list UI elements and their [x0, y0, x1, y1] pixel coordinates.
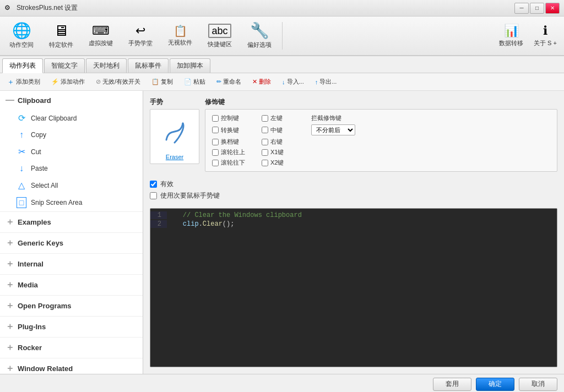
- sidebar-group-rocker: ＋ Rocker: [0, 337, 143, 358]
- tab-smart-text[interactable]: 智能文字: [44, 58, 85, 73]
- barcode-icon: 📊: [504, 25, 519, 37]
- paste-item-icon: ↓: [17, 164, 26, 173]
- item-label: Snip Screen Area: [31, 199, 82, 206]
- toolbar-gesture-class[interactable]: ↩ 手势学堂: [121, 18, 160, 53]
- sidebar-item-clear-clipboard[interactable]: ⟳ Clear Clipboard: [0, 110, 143, 127]
- convert-checkbox[interactable]: [212, 127, 219, 133]
- sidebar-group-header-internal[interactable]: ＋ Internal: [0, 254, 143, 274]
- toolbar-specific-software[interactable]: 🖥 特定软件: [42, 18, 80, 53]
- ctrl-checkbox[interactable]: [212, 115, 219, 122]
- sidebar-group-header-window-related[interactable]: ＋ Window Related: [0, 358, 143, 374]
- modifier-x1: X1键: [262, 148, 306, 156]
- toolbar-action-space[interactable]: 🌐 动作空间: [2, 18, 41, 53]
- group-label: Generic Keys: [18, 239, 63, 247]
- item-label: Select All: [31, 182, 58, 189]
- wrench-icon: 🔧: [250, 23, 269, 39]
- add-category-button[interactable]: ＋ 添加类别: [2, 75, 45, 89]
- delete-button[interactable]: ✕ 删除: [247, 75, 276, 88]
- titlebar: ⚙ StrokesPlus.net 设置 ─ □ ✕: [0, 0, 564, 17]
- sidebar-group-header-open-programs[interactable]: ＋ Open Programs: [0, 296, 143, 316]
- scroll-up-checkbox[interactable]: [212, 149, 219, 156]
- modifier-label: 右键: [270, 138, 283, 146]
- secondary-checkbox[interactable]: [150, 192, 157, 199]
- plus-icon: ＋: [6, 342, 14, 353]
- import-icon: ↓: [282, 79, 285, 85]
- toolbar-no-software[interactable]: 📋 无视软件: [161, 18, 199, 53]
- group-label: Media: [18, 281, 38, 289]
- close-button[interactable]: ✕: [545, 3, 560, 14]
- code-line-1: 1 // Clear the Windows clipboard: [150, 211, 557, 220]
- sidebar-group-open-programs: ＋ Open Programs: [0, 296, 143, 317]
- modifier-label: 控制键: [221, 114, 239, 122]
- sidebar-group-header-generic-keys[interactable]: ＋ Generic Keys: [0, 233, 143, 253]
- hotkey-icon: abc: [208, 24, 231, 38]
- tab-mouse-event[interactable]: 鼠标事件: [128, 58, 169, 73]
- restore-button[interactable]: □: [530, 3, 544, 14]
- select-all-icon: △: [17, 180, 26, 190]
- confirm-button[interactable]: 确定: [476, 378, 514, 391]
- toolbar-data-transfer[interactable]: 📊 数据转移: [495, 18, 528, 53]
- right-checkbox[interactable]: [262, 139, 268, 145]
- cut-icon: ✂: [17, 146, 26, 157]
- tab-time-place[interactable]: 天时地利: [86, 58, 127, 73]
- sidebar-group-media: ＋ Media: [0, 275, 143, 296]
- minimize-button[interactable]: ─: [514, 3, 529, 14]
- toolbar-about[interactable]: ℹ 关于 S +: [529, 18, 562, 53]
- modifier-convert: 转换键: [212, 124, 256, 135]
- middle-checkbox[interactable]: [262, 127, 268, 133]
- group-label: Open Programs: [18, 302, 72, 310]
- toolbar-preferences[interactable]: 🔧 偏好选项: [240, 18, 279, 53]
- group-label: Plug-Ins: [18, 323, 46, 331]
- x2-checkbox[interactable]: [262, 160, 268, 166]
- tab-action-list[interactable]: 动作列表: [2, 58, 43, 73]
- toolbar-label: 手势学堂: [128, 39, 153, 47]
- import-button[interactable]: ↓ 导入...: [277, 75, 309, 88]
- modifier-label: 换档键: [221, 138, 239, 146]
- copy-button[interactable]: 📋 复制: [147, 75, 178, 88]
- toolbar-label: 关于 S +: [534, 39, 557, 47]
- plus-icon: ＋: [6, 216, 14, 228]
- sidebar-item-cut[interactable]: ✂ Cut: [0, 143, 143, 160]
- rename-icon: ✏: [216, 78, 221, 85]
- modifier-label: 左键: [270, 114, 283, 122]
- shift-checkbox[interactable]: [212, 139, 219, 145]
- enabled-checkbox[interactable]: [150, 181, 157, 188]
- sidebar-group-header-examples[interactable]: ＋ Examples: [0, 212, 143, 232]
- left-checkbox[interactable]: [262, 115, 268, 122]
- detail-panel: 手势 Eraser 修饰键: [143, 91, 564, 374]
- sidebar-item-copy[interactable]: ↑ Copy: [0, 127, 143, 143]
- paste-button[interactable]: 📄 粘贴: [179, 75, 210, 88]
- toolbar-virtual-key[interactable]: ⌨ 虚拟按键: [82, 18, 120, 53]
- btn-label: 添加类别: [16, 78, 40, 86]
- add-action-button[interactable]: ⚡ 添加动作: [46, 75, 90, 88]
- sidebar-group-header-clipboard[interactable]: — Clipboard: [0, 91, 143, 110]
- gesture-name[interactable]: Eraser: [166, 154, 183, 160]
- cancel-button[interactable]: 取消: [519, 378, 557, 391]
- modifier-ctrl: 控制键: [212, 114, 256, 122]
- sidebar-item-paste[interactable]: ↓ Paste: [0, 160, 143, 177]
- modifier-x2: X2键: [262, 159, 306, 167]
- options-row: 有效 使用次要鼠标手势键: [150, 177, 557, 203]
- sidebar-item-select-all[interactable]: △ Select All: [0, 177, 143, 194]
- apply-button[interactable]: 套用: [433, 378, 471, 391]
- return-icon: ↩: [135, 25, 145, 37]
- sidebar-group-header-rocker[interactable]: ＋ Rocker: [0, 337, 143, 358]
- x1-checkbox[interactable]: [262, 149, 268, 156]
- sidebar-item-snip-screen[interactable]: □ Snip Screen Area: [0, 194, 143, 211]
- rename-button[interactable]: ✏ 重命名: [212, 75, 246, 88]
- option-label: 使用次要鼠标手势键: [160, 191, 220, 200]
- bottom-bar: 套用 确定 取消: [0, 374, 564, 392]
- item-label: Cut: [31, 148, 41, 156]
- copy-item-icon: ↑: [17, 130, 26, 140]
- tab-add-script[interactable]: 加卸脚本: [170, 58, 210, 73]
- sidebar-group-examples: ＋ Examples: [0, 212, 143, 233]
- intercept-select[interactable]: 不分前后 之前 之后: [311, 124, 355, 135]
- code-editor[interactable]: 1 // Clear the Windows clipboard 2 clip.…: [150, 208, 557, 367]
- line-number: 1: [150, 211, 167, 219]
- sidebar-group-header-media[interactable]: ＋ Media: [0, 275, 143, 295]
- sidebar-group-header-plug-ins[interactable]: ＋ Plug-Ins: [0, 317, 143, 337]
- toggle-enable-button[interactable]: ⊘ 无效/有效开关: [91, 75, 145, 88]
- export-button[interactable]: ↑ 导出...: [310, 75, 342, 88]
- toolbar-hotkeys[interactable]: abc 快捷键区: [200, 18, 239, 53]
- scroll-down-checkbox[interactable]: [212, 160, 219, 166]
